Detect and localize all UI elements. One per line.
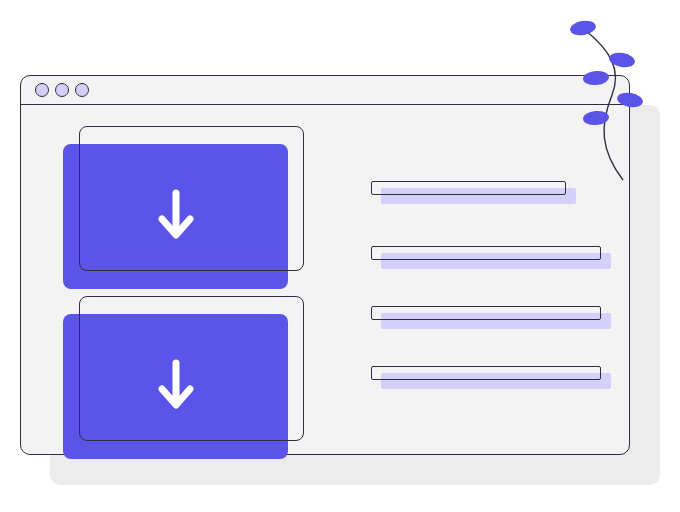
text-line (371, 181, 566, 195)
download-panel-outline (79, 126, 304, 271)
window-control-dot[interactable] (75, 83, 89, 97)
text-line (371, 366, 601, 380)
svg-point-3 (608, 51, 636, 69)
svg-point-2 (569, 19, 597, 37)
window-control-dot[interactable] (35, 83, 49, 97)
text-line (371, 306, 601, 320)
download-panel-outline (79, 296, 304, 441)
window-titlebar (21, 76, 629, 105)
window-control-dot[interactable] (55, 83, 69, 97)
text-line (371, 246, 601, 260)
browser-window (20, 75, 630, 455)
